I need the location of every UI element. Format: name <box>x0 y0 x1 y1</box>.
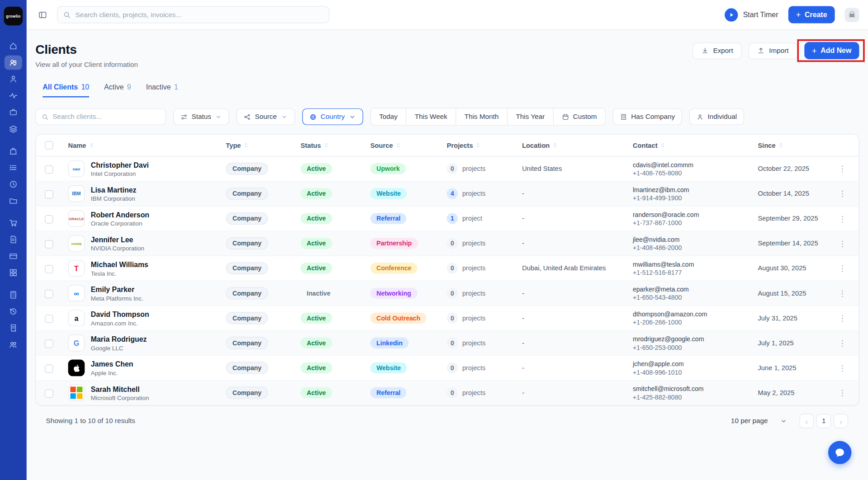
has-company-filter[interactable]: Has Company <box>613 108 682 125</box>
row-actions-button[interactable]: ⋮ <box>839 389 847 398</box>
sidebar-item-payments[interactable] <box>5 249 22 264</box>
type-badge: Company <box>226 163 268 175</box>
global-search-input[interactable] <box>75 11 323 19</box>
row-checkbox[interactable] <box>45 364 53 372</box>
sidebar-item-time-tracking[interactable] <box>5 177 22 192</box>
row-checkbox[interactable] <box>45 265 53 273</box>
table-row[interactable]: G Maria Rodriguez Google LLC Company Act… <box>36 331 859 356</box>
row-actions-button[interactable]: ⋮ <box>839 339 847 348</box>
start-timer-button[interactable]: Start Timer <box>725 8 778 21</box>
sidebar-collapse-button[interactable] <box>35 8 50 22</box>
sidebar-item-files[interactable] <box>5 193 22 208</box>
row-checkbox[interactable] <box>45 290 53 298</box>
next-page-button[interactable]: › <box>834 414 848 428</box>
country-filter[interactable]: Country <box>302 108 363 125</box>
table-row[interactable]: T Michael Williams Tesla Inc. Company Ac… <box>36 256 859 281</box>
client-phone: +1-650-543-4800 <box>633 294 745 301</box>
column-header-name[interactable]: Name <box>62 134 219 156</box>
row-checkbox[interactable] <box>45 190 53 198</box>
per-page-select[interactable]: 10 per page <box>731 417 787 425</box>
client-email: mrodriguez@google.com <box>633 336 745 343</box>
projects-label: projects <box>462 290 485 297</box>
table-row[interactable]: a David Thompson Amazon.com Inc. Company… <box>36 306 859 331</box>
row-actions-button[interactable]: ⋮ <box>839 165 847 174</box>
table-row[interactable]: ORACLE Robert Anderson Oracle Corporatio… <box>36 206 859 231</box>
table-row[interactable]: intel Christopher Davi Intel Corporation… <box>36 156 859 181</box>
sidebar-item-contacts[interactable] <box>5 72 22 86</box>
source-filter[interactable]: Source <box>237 108 295 125</box>
row-checkbox[interactable] <box>45 389 53 397</box>
sidebar-item-invoices[interactable] <box>5 321 22 335</box>
row-checkbox[interactable] <box>45 240 53 248</box>
column-header-projects[interactable]: Projects <box>440 134 515 156</box>
table-row[interactable]: IBM Lisa Martinez IBM Corporation Compan… <box>36 181 859 206</box>
individual-filter[interactable]: Individual <box>689 108 744 125</box>
current-page-button[interactable]: 1 <box>816 414 831 428</box>
column-header-contact[interactable]: Contact <box>626 134 751 156</box>
sidebar-item-documents[interactable] <box>5 232 22 247</box>
table-body: intel Christopher Davi Intel Corporation… <box>36 156 859 405</box>
row-checkbox[interactable] <box>45 165 53 173</box>
client-company: IBM Corporation <box>91 195 137 202</box>
client-name: Michael Williams <box>91 260 148 268</box>
add-new-button[interactable]: + Add New <box>804 42 859 59</box>
range-today[interactable]: Today <box>371 108 406 125</box>
status-filter[interactable]: Status <box>173 108 229 125</box>
create-button[interactable]: + Create <box>788 6 835 23</box>
range-this-year[interactable]: This Year <box>507 108 553 125</box>
row-checkbox[interactable] <box>45 215 53 223</box>
column-header-type[interactable]: Type <box>219 134 294 156</box>
clients-search-input[interactable] <box>52 113 160 121</box>
type-badge: Company <box>226 387 268 399</box>
select-all-checkbox[interactable] <box>45 141 53 149</box>
global-search[interactable] <box>57 6 329 23</box>
tab-active[interactable]: Active9 <box>104 83 131 98</box>
company-logo-icon: nvidia <box>68 235 85 252</box>
row-actions-button[interactable]: ⋮ <box>839 239 847 248</box>
table-row[interactable]: Sarah Mitchell Microsoft Corporation Com… <box>36 381 859 405</box>
sidebar-item-team[interactable] <box>5 338 22 352</box>
import-button[interactable]: Import <box>749 42 797 59</box>
range-this-week[interactable]: This Week <box>406 108 455 125</box>
row-checkbox[interactable] <box>45 339 53 348</box>
table-row[interactable]: ∞ Emily Parker Meta Platforms Inc. Compa… <box>36 281 859 306</box>
sidebar-item-work[interactable] <box>5 105 22 120</box>
column-header-since[interactable]: Since <box>751 134 825 156</box>
sidebar-item-activity[interactable] <box>5 89 22 103</box>
sidebar-item-products[interactable] <box>5 144 22 158</box>
sidebar-item-orders[interactable] <box>5 216 22 230</box>
app-logo[interactable]: growlio <box>4 7 23 26</box>
range-custom[interactable]: Custom <box>553 108 605 125</box>
clients-search[interactable] <box>35 108 166 125</box>
row-checkbox[interactable] <box>45 315 53 323</box>
table-row[interactable]: James Chen Apple Inc. Company Active Web… <box>36 356 859 381</box>
sidebar-item-services[interactable] <box>5 122 22 136</box>
create-label: Create <box>805 10 827 19</box>
row-actions-button[interactable]: ⋮ <box>839 214 847 223</box>
sidebar-item-calculator[interactable] <box>5 287 22 302</box>
sidebar-item-history[interactable] <box>5 304 22 319</box>
tab-inactive[interactable]: Inactive1 <box>146 83 178 98</box>
column-header-location[interactable]: Location <box>515 134 626 156</box>
range-this-month[interactable]: This Month <box>455 108 507 125</box>
tab-all-clients[interactable]: All Clients10 <box>43 83 89 98</box>
column-header-status[interactable]: Status <box>294 134 364 156</box>
row-actions-button[interactable]: ⋮ <box>839 364 847 373</box>
row-actions-button[interactable]: ⋮ <box>839 189 847 198</box>
sidebar-item-home[interactable] <box>5 39 22 53</box>
sidebar-item-boards[interactable] <box>5 265 22 280</box>
column-header-source[interactable]: Source <box>364 134 440 156</box>
export-button[interactable]: Export <box>693 42 742 59</box>
client-name: David Thompson <box>91 310 149 318</box>
user-avatar[interactable]: ☠ <box>845 8 859 22</box>
sidebar-item-clients[interactable] <box>5 55 22 70</box>
client-phone: +1-650-253-0000 <box>633 344 745 351</box>
status-badge: Active <box>301 338 332 348</box>
sidebar-item-lists[interactable] <box>5 160 22 175</box>
table-row[interactable]: nvidia Jennifer Lee NVIDIA Corporation C… <box>36 231 859 256</box>
row-actions-button[interactable]: ⋮ <box>839 264 847 273</box>
chat-support-button[interactable] <box>828 441 851 464</box>
row-actions-button[interactable]: ⋮ <box>839 289 847 298</box>
row-actions-button[interactable]: ⋮ <box>839 314 847 323</box>
prev-page-button[interactable]: ‹ <box>799 414 814 428</box>
